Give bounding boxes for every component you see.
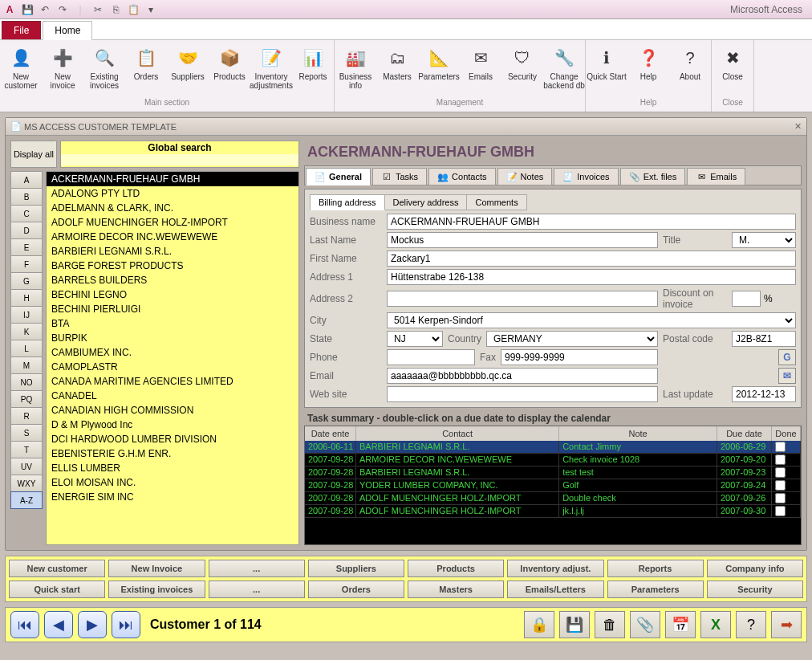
bottom-inventory-adjust-button[interactable]: Inventory adjust. bbox=[507, 560, 603, 577]
address2-input[interactable] bbox=[387, 291, 658, 307]
ribbon-products[interactable]: 📦Products bbox=[209, 43, 250, 96]
ribbon-masters[interactable]: 🗂Masters bbox=[376, 43, 418, 96]
excel-button[interactable]: X bbox=[700, 611, 731, 638]
list-item[interactable]: BECHINI PIERLUIGI bbox=[47, 302, 298, 316]
lock-button[interactable]: 🔒 bbox=[524, 611, 554, 638]
az-filter-g[interactable]: G bbox=[10, 272, 43, 290]
list-item[interactable]: ARMOIRE DECOR INC.WEWEWEWE bbox=[47, 230, 298, 244]
ribbon-new-invoice[interactable]: ➕New invoice bbox=[42, 43, 83, 96]
paste-icon[interactable]: 📋 bbox=[127, 3, 140, 16]
az-filter-r[interactable]: R bbox=[10, 407, 43, 425]
az-filter-b[interactable]: B bbox=[10, 188, 43, 206]
close-icon[interactable]: ✕ bbox=[794, 121, 802, 132]
display-all-button[interactable]: Display all bbox=[10, 141, 57, 168]
col-due[interactable]: Due date bbox=[717, 426, 772, 441]
list-item[interactable]: ADOLF MUENCHINGER HOLZ-IMPORT bbox=[47, 215, 298, 230]
bottom-emails-lettersbutton[interactable]: Emails/Letters bbox=[507, 581, 603, 598]
subtab-delivery-address[interactable]: Delivery address bbox=[384, 194, 468, 210]
tab-home[interactable]: Home bbox=[43, 21, 92, 40]
az-filter-f[interactable]: F bbox=[10, 255, 43, 273]
az-filter-m[interactable]: M bbox=[10, 356, 43, 374]
list-item[interactable]: ELLIS LUMBER bbox=[47, 461, 298, 475]
bottom-new-invoicebutton[interactable]: New Invoice bbox=[108, 560, 205, 577]
task-summary-grid[interactable]: Date ente Contact Note Due date Done 200… bbox=[304, 426, 802, 545]
list-item[interactable]: ADALONG PTY LTD bbox=[47, 186, 298, 201]
save-button[interactable]: 💾 bbox=[559, 611, 590, 638]
nav-first-button[interactable]: ⏮ bbox=[10, 611, 39, 638]
last-name-input[interactable] bbox=[387, 232, 658, 248]
ribbon-reports[interactable]: 📊Reports bbox=[292, 43, 334, 96]
az-filter-a[interactable]: A bbox=[10, 171, 43, 189]
bottom-new-customerbutton[interactable]: New customer bbox=[9, 560, 105, 577]
col-note[interactable]: Note bbox=[559, 426, 717, 441]
redo-icon[interactable]: ↷ bbox=[56, 3, 69, 16]
qat-dropdown-icon[interactable]: ▾ bbox=[144, 3, 157, 16]
discount-input[interactable] bbox=[732, 291, 761, 307]
nav-prev-button[interactable]: ◀ bbox=[44, 611, 73, 638]
az-filter-l[interactable]: L bbox=[10, 340, 43, 357]
ribbon-about[interactable]: ?About bbox=[669, 43, 711, 96]
tab-emails[interactable]: ✉Emails bbox=[687, 168, 745, 185]
tab-invoices[interactable]: 🧾Invoices bbox=[554, 168, 618, 185]
ribbon-orders[interactable]: 📋Orders bbox=[125, 43, 167, 96]
table-row[interactable]: 2007-09-28YODER LUMBER COMPANY, INC.Golf… bbox=[305, 479, 801, 492]
list-item[interactable]: BARBIERI LEGNAMI S.R.L. bbox=[47, 244, 298, 259]
list-item[interactable]: ELOI MOISAN INC. bbox=[47, 475, 298, 490]
ribbon-new-customer[interactable]: 👤New customer bbox=[0, 43, 42, 96]
col-date[interactable]: Date ente bbox=[305, 426, 356, 441]
list-item[interactable]: BURPIK bbox=[47, 331, 298, 345]
list-item[interactable]: CAMBIUMEX INC. bbox=[47, 345, 298, 360]
nav-last-button[interactable]: ⏭ bbox=[112, 611, 140, 638]
tab-tasks[interactable]: ☑Tasks bbox=[372, 168, 427, 185]
done-checkbox[interactable] bbox=[775, 442, 786, 452]
help-button[interactable]: ? bbox=[736, 611, 766, 638]
city-select[interactable]: 5014 Kerpen-Sindorf bbox=[387, 312, 796, 328]
ribbon-change-backend-db[interactable]: 🔧Change backend db bbox=[543, 43, 585, 96]
ribbon-help[interactable]: ❓Help bbox=[627, 43, 669, 96]
az-filter-t[interactable]: T bbox=[10, 441, 43, 458]
postal-input[interactable] bbox=[732, 331, 796, 347]
bottom-reportsbutton[interactable]: Reports bbox=[607, 560, 704, 577]
list-item[interactable]: DCI HARDWOOD LUMBER DIVISION bbox=[47, 432, 298, 446]
bottom--button[interactable]: ... bbox=[209, 560, 305, 577]
col-done[interactable]: Done bbox=[772, 426, 801, 441]
country-select[interactable]: GERMANY bbox=[486, 331, 658, 347]
bottom-parametersbutton[interactable]: Parameters bbox=[607, 581, 704, 598]
list-item[interactable]: CAMOPLASTR bbox=[47, 360, 298, 374]
global-search-input[interactable] bbox=[61, 154, 298, 165]
bottom-securitybutton[interactable]: Security bbox=[707, 581, 803, 598]
tab-file[interactable]: File bbox=[2, 21, 41, 39]
list-item[interactable]: EBENISTERIE G.H.M ENR. bbox=[47, 446, 298, 461]
website-input[interactable] bbox=[387, 386, 658, 402]
done-checkbox[interactable] bbox=[775, 467, 786, 478]
title-select[interactable]: M. bbox=[732, 232, 796, 248]
az-filter-d[interactable]: D bbox=[10, 222, 43, 239]
az-filter-s[interactable]: S bbox=[10, 424, 43, 442]
attach-button[interactable]: 📎 bbox=[630, 611, 660, 638]
table-row[interactable]: 2007-09-28ADOLF MUENCHINGER HOLZ-IMPORTj… bbox=[305, 505, 801, 518]
list-item[interactable]: BECHINI LEGNO bbox=[47, 287, 298, 302]
email-input[interactable] bbox=[387, 368, 658, 384]
subtab-comments[interactable]: Comments bbox=[466, 194, 526, 210]
ribbon-emails[interactable]: ✉Emails bbox=[460, 43, 501, 96]
list-item[interactable]: ADELMANN & CLARK, INC. bbox=[47, 201, 298, 215]
save-icon[interactable]: 💾 bbox=[21, 3, 34, 16]
bottom-quick-startbutton[interactable]: Quick start bbox=[9, 581, 105, 598]
email-send-button[interactable]: ✉ bbox=[778, 368, 796, 384]
ribbon-suppliers[interactable]: 🤝Suppliers bbox=[167, 43, 209, 96]
table-row[interactable]: 2007-09-28ADOLF MUENCHINGER HOLZ-IMPORTD… bbox=[305, 492, 801, 505]
ribbon-parameters[interactable]: 📐Parameters bbox=[418, 43, 460, 96]
done-checkbox[interactable] bbox=[775, 506, 786, 516]
list-item[interactable]: ENERGIE SIM INC bbox=[47, 490, 298, 504]
table-row[interactable]: 2006-06-11BARBIERI LEGNAMI S.R.L.Contact… bbox=[305, 441, 801, 454]
bottom-company-infobutton[interactable]: Company info bbox=[707, 560, 803, 577]
list-item[interactable]: BARGE FOREST PRODUCTS bbox=[47, 259, 298, 273]
ribbon-security[interactable]: 🛡Security bbox=[501, 43, 543, 96]
done-checkbox[interactable] bbox=[775, 493, 786, 503]
az-filter-uv[interactable]: UV bbox=[10, 458, 43, 475]
calendar-button[interactable]: 📅 bbox=[665, 611, 696, 638]
list-item[interactable]: CANADA MARITIME AGENCIES LIMITED bbox=[47, 374, 298, 389]
az-filter-pq[interactable]: PQ bbox=[10, 390, 43, 408]
tab-ext-files[interactable]: 📎Ext. files bbox=[620, 168, 686, 185]
az-filter-a-z[interactable]: A-Z bbox=[10, 491, 43, 509]
